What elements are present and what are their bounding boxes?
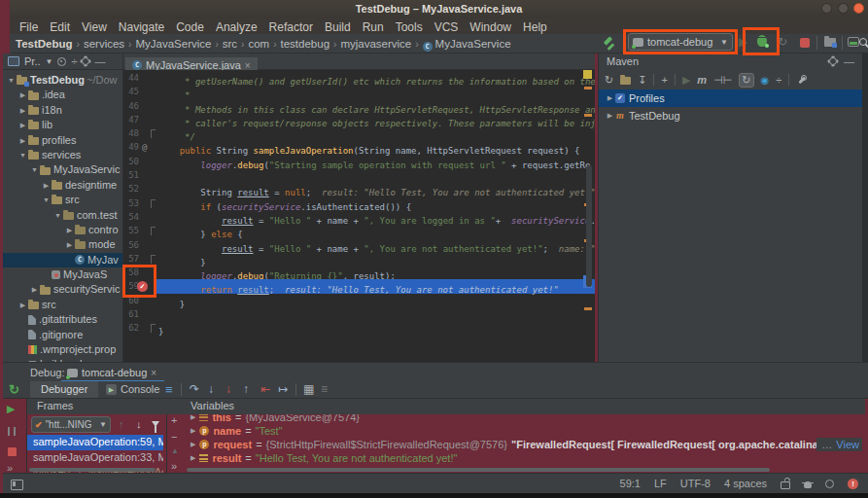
skip-tests-icon[interactable]: ⊣⊢ — [713, 74, 732, 87]
offline-mode-icon[interactable]: ◉ — [761, 75, 770, 86]
maven-goal-icon[interactable]: m — [697, 74, 707, 86]
run-window-icon[interactable] — [848, 37, 859, 47]
tree-item[interactable]: MyJav — [3, 253, 122, 267]
download-sources-icon[interactable]: ↧ — [638, 74, 646, 87]
reimport-icon[interactable]: ↻ — [739, 73, 753, 88]
code-line-49[interactable]: 49@ public String sampleJavaOperation(St… — [123, 140, 595, 154]
close-tab-icon[interactable]: × — [245, 60, 251, 71]
tree-item[interactable]: ▶designtime — [3, 178, 122, 193]
variables-scrollbar[interactable] — [187, 468, 770, 472]
code-line-46[interactable]: 46 * Methods in this class can declare H… — [123, 99, 595, 113]
fold-marker[interactable] — [151, 199, 156, 208]
tree-item[interactable]: MyJavaS — [3, 267, 122, 282]
fold-marker[interactable] — [151, 255, 156, 264]
tree-item[interactable]: .gitattributes — [3, 312, 122, 327]
step-over-icon[interactable]: ↷ — [190, 381, 199, 398]
fold-marker[interactable] — [151, 324, 156, 333]
code-line-44[interactable]: 44 * getUserName() and getUserId() etc w… — [123, 71, 595, 85]
caret-position[interactable]: 59:1 — [620, 478, 641, 489]
code-line-54[interactable]: 54 result = "Hello " + name + ", You are… — [123, 210, 595, 224]
unlocked-lock-icon[interactable] — [781, 481, 790, 489]
gear-icon[interactable] — [829, 57, 837, 65]
tree-item[interactable]: ▶lib — [3, 118, 122, 132]
step-out-icon[interactable]: ↑ — [243, 381, 249, 398]
background-tasks-icon[interactable] — [825, 480, 834, 488]
evaluate-expression-icon[interactable]: ▦ — [303, 381, 314, 398]
code-line-59[interactable]: 59 return result; result: "Hello Test, Y… — [123, 279, 595, 293]
collapse-all-icon[interactable]: ÷ — [776, 74, 781, 86]
code-line-56[interactable]: 56 result = "Hello " + name + ", You are… — [123, 238, 595, 252]
breadcrumb-item[interactable]: services — [84, 34, 124, 53]
code-line-48[interactable]: 48 */ — [123, 126, 595, 140]
frames-scrollbar[interactable] — [29, 468, 156, 472]
variable-row[interactable]: ▶result="Hello Test, You are not authent… — [185, 451, 862, 465]
breadcrumb-item[interactable]: com — [248, 34, 269, 53]
breadcrumb-item[interactable]: TestDebug — [16, 34, 73, 53]
toolwindow-toggle-icon[interactable] — [11, 480, 23, 490]
layout-menu-icon[interactable]: ≡ — [165, 381, 173, 398]
tree-item[interactable]: ▶contro — [3, 223, 122, 237]
tree-item[interactable]: ▶mode — [3, 237, 122, 252]
tab-debugger[interactable]: Debugger — [30, 381, 98, 398]
settings-menu-icon[interactable]: ≡ — [321, 381, 328, 398]
maven-tree-item[interactable]: ▶Profiles — [599, 89, 862, 107]
gear-icon[interactable] — [82, 57, 89, 65]
maximize-button[interactable] — [838, 3, 849, 14]
tree-item[interactable]: ▼services — [3, 148, 122, 162]
view-link[interactable]: View — [836, 439, 859, 450]
run-maven-icon[interactable]: ▶ — [682, 74, 690, 87]
tree-item[interactable]: .gitignore — [3, 328, 122, 342]
search-everywhere-icon[interactable] — [859, 38, 867, 46]
run-to-cursor-icon[interactable]: ↦ — [278, 381, 288, 398]
stop-icon[interactable] — [8, 447, 17, 456]
maven-tree-item[interactable]: ▶TestDebug — [599, 107, 862, 124]
notification-error-icon[interactable]: ! — [848, 479, 858, 489]
tree-item[interactable]: ▼com.test — [3, 208, 122, 223]
breadcrumb-item[interactable]: testdebug — [281, 34, 330, 53]
frame-down-icon[interactable]: ↓ — [136, 418, 142, 430]
variable-row[interactable]: ▶name="Test" — [185, 424, 862, 438]
fold-marker[interactable] — [151, 129, 156, 138]
breadcrumb-item[interactable]: MyJavaService — [435, 34, 511, 53]
code-line-58[interactable]: 58 logger.debug("Returning {}", result); — [123, 266, 595, 279]
variable-row[interactable]: ▶request={StrictHttpFirewall$StrictFirew… — [185, 438, 862, 451]
move-up-icon[interactable]: ▲ — [171, 446, 179, 455]
frame-up-icon[interactable]: ↑ — [119, 418, 124, 430]
new-watch-icon[interactable]: + — [171, 414, 177, 426]
code-line-53[interactable]: 53 if (securityService.isAuthenticated()… — [123, 196, 595, 210]
file-encoding[interactable]: UTF-8 — [680, 478, 711, 489]
tree-item[interactable]: ▼MyJavaServic — [3, 162, 122, 177]
code-line-45[interactable]: 45 * — [123, 85, 595, 98]
tree-item[interactable]: ▶i18n — [3, 103, 122, 118]
hide-panel-icon[interactable]: — — [94, 55, 105, 67]
tree-item[interactable]: ▶src — [3, 298, 122, 312]
stack-frame[interactable]: sampleJavaOperation:59, MyJavaService — [27, 435, 163, 450]
add-icon[interactable]: + — [661, 74, 667, 86]
code-line-62[interactable]: 62} — [123, 321, 595, 335]
pause-icon[interactable] — [8, 427, 16, 436]
code-line-55[interactable]: 55 } else { — [123, 224, 595, 237]
collapse-all-icon[interactable]: ÷ — [71, 55, 77, 67]
code-line-51[interactable]: 51 — [123, 168, 595, 182]
force-step-into-icon[interactable]: ↓ — [226, 381, 231, 398]
tree-item[interactable]: ▼TestDebug ~/Dow — [3, 73, 122, 88]
fold-marker[interactable] — [151, 227, 156, 235]
thread-selector[interactable]: ✔ "htt...NING ▼ — [31, 416, 111, 433]
breadcrumb-item[interactable]: src — [223, 34, 237, 53]
tree-item[interactable]: .wmproject.prop — [3, 342, 122, 357]
maven-scrollbar-track[interactable] — [862, 53, 868, 362]
remove-watch-icon[interactable]: − — [171, 431, 177, 443]
code-line-57[interactable]: 57 } — [123, 252, 595, 266]
inspections-profile-icon[interactable] — [804, 481, 812, 488]
tree-item[interactable]: ▶.idea — [3, 88, 122, 102]
sync-folder-icon[interactable] — [620, 76, 631, 85]
resume-icon[interactable]: ▶ — [7, 403, 15, 415]
more-icon[interactable]: » — [171, 460, 177, 472]
code-editor[interactable]: 44 * getUserName() and getUserId() etc w… — [123, 70, 595, 362]
chevron-down-icon[interactable]: ▼ — [46, 57, 53, 66]
tree-item[interactable]: ▶securityServic — [3, 282, 122, 297]
tab-console[interactable]: Console — [121, 381, 159, 398]
code-line-61[interactable]: 61 — [123, 307, 595, 321]
locate-file-icon[interactable] — [57, 57, 66, 66]
tree-item[interactable]: ▶profiles — [3, 133, 122, 148]
